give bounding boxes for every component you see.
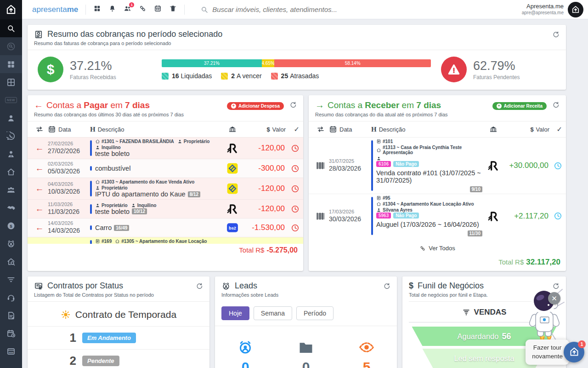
sidebar-item-whatsapp[interactable] (0, 127, 22, 145)
sidebar-item-funnel-lines[interactable] (0, 270, 22, 288)
bell-button[interactable] (108, 5, 116, 14)
dollar-icon: $ (409, 281, 413, 291)
sidebar-item-dashboard[interactable] (0, 55, 22, 73)
receivables-title: Contas a Receber em 7 dias (328, 100, 441, 110)
brand[interactable]: apresentame (29, 5, 78, 14)
refresh-icon[interactable] (552, 101, 560, 109)
clock-icon[interactable] (549, 161, 562, 170)
warning-icon (441, 57, 467, 82)
sidebar-item-search[interactable] (0, 19, 22, 37)
refresh-icon[interactable] (552, 31, 560, 38)
status-badge: Não Pago (393, 161, 419, 167)
sidebar-item-new-tag[interactable]: NEW (0, 91, 22, 109)
see-all-link[interactable]: Ver Todos (309, 238, 566, 255)
calendar-icon (329, 125, 337, 133)
receivable-row[interactable]: 31/07/202528/03/2026#101#1313 ~ Casa de … (309, 137, 566, 194)
check-icon[interactable]: ✓ (549, 125, 562, 133)
refresh-icon[interactable] (552, 282, 560, 290)
row-dates: 17/03/202630/03/2026 (329, 209, 371, 223)
payable-row[interactable]: ←27/02/202627/02/2026#1301 ~ FAZENDA BRA… (28, 137, 303, 159)
trash-button[interactable] (169, 5, 177, 14)
sidebar-item-search-circle[interactable] (0, 37, 22, 55)
sidebar-item-finance[interactable]: $ (0, 217, 22, 235)
refresh-icon[interactable] (196, 282, 203, 290)
funnel-lines-icon (6, 275, 16, 284)
row-meta: ProprietárioInquilino (95, 203, 220, 208)
row-accent-bar (90, 225, 92, 230)
swap-icon[interactable] (35, 125, 44, 133)
refresh-icon[interactable] (289, 101, 297, 109)
sidebar-item-team[interactable] (0, 181, 22, 199)
row-value: -300,00 (242, 164, 286, 173)
sidebar-item-support[interactable] (0, 288, 22, 306)
payable-row[interactable]: $16/03/202616/03/2026#169#1305 ~ Apartam… (28, 237, 303, 244)
clock-icon[interactable] (286, 144, 300, 153)
calendar-button[interactable] (154, 5, 162, 14)
row-description: combustível (95, 165, 220, 172)
sidebar-item-handshake[interactable] (0, 199, 22, 217)
tour-fab-button[interactable]: 1 (564, 342, 584, 362)
home-icon (376, 201, 381, 207)
leads-title: Leads (235, 281, 257, 291)
sidebar-item-broker[interactable] (0, 145, 22, 163)
sidebar-item-modules[interactable] (0, 73, 22, 91)
sidebar-item-contract[interactable] (0, 306, 22, 324)
payable-row[interactable]: ←11/03/202611/03/2026ProprietárioInquili… (28, 199, 303, 218)
row-description: 5963Não PagoAluguel (17/03/2026 ~ 16/04/… (376, 213, 482, 236)
link-button[interactable] (139, 5, 147, 14)
clock-icon[interactable] (286, 164, 300, 173)
home-icon (95, 139, 100, 144)
check-icon[interactable]: ✓ (286, 125, 300, 133)
sidebar-item-home[interactable] (0, 163, 22, 181)
brand-part1: apresenta (32, 5, 67, 14)
bank-logo (485, 210, 502, 222)
users-button[interactable]: 1 (124, 5, 131, 14)
leads-tab-semana[interactable]: Semana (254, 306, 292, 320)
sidebar-item-site[interactable]: www (0, 342, 22, 360)
payable-row[interactable]: ←02/03/202605/03/2026combustível-300,00 (28, 159, 303, 178)
sidebar-item-leads[interactable] (0, 235, 22, 253)
leads-tab-período[interactable]: Período (296, 306, 334, 320)
clock-icon[interactable] (549, 212, 562, 220)
row-description: IPTU do apartamento do Kaue8/12 (95, 190, 220, 198)
clock-icon[interactable] (286, 224, 300, 232)
pending-label: Faturas Pendentes (473, 74, 520, 80)
sidebar-item-property-search[interactable] (0, 253, 22, 270)
contract-status-row[interactable]: 1Em Andamento (28, 326, 209, 349)
sidebar: NEW$www (0, 0, 22, 368)
global-search (200, 6, 368, 14)
receivable-row[interactable]: 17/03/202630/03/2026#95#1304 ~ Apartamen… (309, 194, 566, 238)
sidebar-logo[interactable] (0, 0, 22, 19)
swap-icon[interactable] (317, 125, 325, 133)
sidebar-item-schedule[interactable] (0, 324, 22, 342)
close-icon[interactable]: ✕ (548, 292, 560, 305)
add-expense-button[interactable]: +Adicionar Despesa (227, 102, 284, 110)
row-accent-bar (371, 197, 373, 235)
installment-badge: 16/49 (114, 225, 129, 231)
legend-item: 2 A vencer (221, 72, 261, 80)
payable-row[interactable]: ←04/03/202610/03/2026#1303 ~ Apartamento… (28, 178, 303, 199)
add-income-button[interactable]: +Adicionar Receita (492, 102, 547, 110)
clock-icon[interactable] (286, 205, 300, 213)
row-meta: #95#1304 ~ Apartamento Kaue Locação Ativ… (376, 196, 482, 213)
status-badge: Não Pago (393, 213, 419, 218)
user-menu[interactable]: Apresenta.me apre@apresenta.me (522, 2, 583, 17)
funnel-solid-icon (462, 308, 470, 316)
leads-tab-hoje[interactable]: Hoje (221, 306, 249, 320)
row-meta: #1303 ~ Apartamento do Kaue Venda AtivoP… (95, 179, 220, 190)
search-input[interactable] (212, 6, 368, 13)
payable-row[interactable]: ←14/03/202614/03/2026Carro16/49bs2-1.530… (28, 218, 303, 237)
row-type-icon (312, 161, 329, 171)
clock-icon[interactable] (286, 184, 300, 193)
avatar[interactable] (568, 2, 583, 17)
sun-icon (61, 310, 71, 320)
leads-icon (237, 339, 254, 356)
contract-status-row[interactable]: 2Pendente (28, 349, 209, 368)
legend-swatch (221, 73, 228, 80)
sidebar-item-person[interactable] (0, 109, 22, 127)
contract-status-badge: Em Andamento (82, 333, 136, 343)
arrow-left-icon: ← (34, 100, 43, 110)
refresh-icon[interactable] (383, 282, 390, 290)
payables-rows: ←27/02/202627/02/2026#1301 ~ FAZENDA BRA… (28, 137, 303, 244)
apps-button[interactable] (93, 5, 101, 14)
